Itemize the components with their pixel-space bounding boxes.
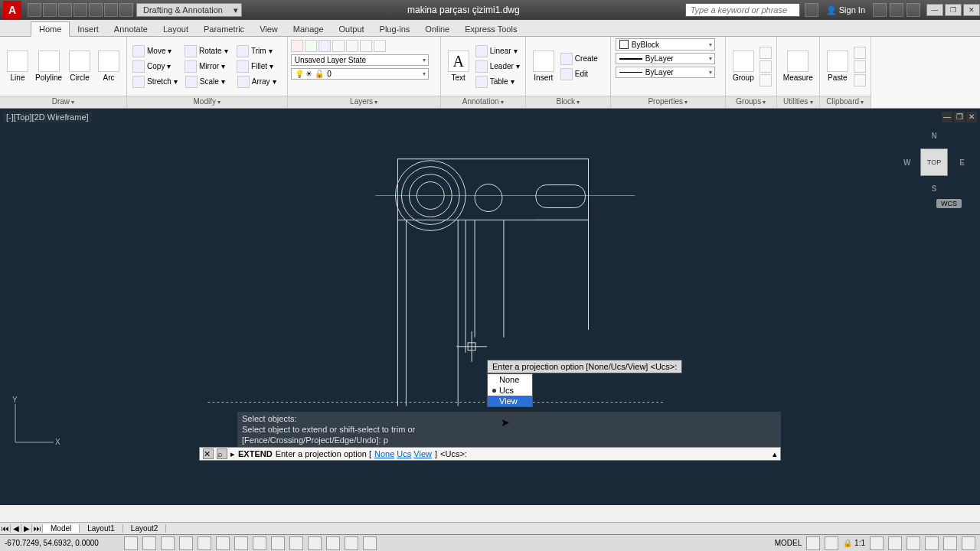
lineweight-dropdown[interactable]: ByLayer <box>616 67 715 78</box>
status-annoscale[interactable]: 🔒 1:1 <box>843 539 865 547</box>
help-search-input[interactable] <box>685 3 800 17</box>
command-line[interactable]: ✕ ⌕ ▸ EXTEND Enter a projection option [… <box>199 447 781 461</box>
leader-tool[interactable]: Leader ▾ <box>475 60 521 73</box>
polyline-tool[interactable]: Polyline <box>34 49 64 83</box>
window-restore-button[interactable]: ❐ <box>945 4 962 16</box>
status-qview-icon[interactable] <box>825 536 838 550</box>
tab-home[interactable]: Home <box>31 21 70 37</box>
cmdopt-ucs[interactable]: Ucs <box>397 449 411 458</box>
status-ortho-icon[interactable] <box>179 536 193 550</box>
color-dropdown[interactable]: ByBlock <box>616 38 715 51</box>
paste-tool[interactable]: Paste <box>825 49 851 83</box>
tab-express-tools[interactable]: Express Tools <box>457 22 524 36</box>
window-close-button[interactable]: ✕ <box>963 4 980 16</box>
cmdline-close-icon[interactable]: ✕ <box>203 448 214 459</box>
signin-button[interactable]: 👤 Sign In <box>822 5 870 15</box>
panel-title-properties[interactable]: Properties <box>611 96 725 108</box>
rotate-tool[interactable]: Rotate ▾ <box>184 44 230 58</box>
table-tool[interactable]: Table ▾ <box>475 75 521 89</box>
status-annovis-icon[interactable] <box>870 536 884 550</box>
prompt-option-ucs[interactable]: Ucs <box>488 385 532 396</box>
move-tool[interactable]: Move ▾ <box>132 44 178 58</box>
line-tool[interactable]: Line <box>5 49 31 83</box>
prompt-option-none[interactable]: None <box>488 374 532 385</box>
tab-insert[interactable]: Insert <box>70 22 106 36</box>
panel-title-utilities[interactable]: Utilities <box>777 96 819 108</box>
arc-tool[interactable]: Arc <box>96 49 122 83</box>
layer-lock-icon[interactable] <box>360 40 372 52</box>
linetype-dropdown[interactable]: ByLayer <box>616 53 715 64</box>
scale-tool[interactable]: Scale ▾ <box>185 75 230 89</box>
status-coordinates[interactable]: -670.7249, 54.6932, 0.0000 <box>5 539 119 547</box>
prompt-option-view[interactable]: View <box>488 396 532 406</box>
status-dyn-icon[interactable] <box>289 536 303 550</box>
cmdopt-view[interactable]: View <box>413 449 432 458</box>
group-edit-icon[interactable] <box>760 47 772 59</box>
tab-view[interactable]: View <box>252 22 286 36</box>
cmdopt-none[interactable]: None <box>374 449 394 458</box>
status-iso-icon[interactable] <box>943 536 957 550</box>
panel-title-draw[interactable]: Draw <box>0 96 126 108</box>
tab-parametric[interactable]: Parametric <box>196 22 252 36</box>
measure-tool[interactable]: Measure <box>782 49 815 83</box>
status-infer-icon[interactable] <box>124 536 138 550</box>
status-tpy-icon[interactable] <box>326 536 340 550</box>
tab-annotate[interactable]: Annotate <box>106 22 155 36</box>
panel-title-clipboard[interactable]: Clipboard <box>820 96 871 108</box>
status-grid-icon[interactable] <box>161 536 175 550</box>
status-lwt-icon[interactable] <box>308 536 322 550</box>
layer-off-icon[interactable] <box>346 40 358 52</box>
status-ws-icon[interactable] <box>888 536 902 550</box>
status-polar-icon[interactable] <box>198 536 211 550</box>
tab-layout[interactable]: Layout <box>155 22 196 36</box>
copy-tool[interactable]: Copy ▾ <box>132 60 178 73</box>
group-ungroup-icon[interactable] <box>760 60 772 73</box>
window-minimize-button[interactable]: — <box>926 4 943 16</box>
block-create-tool[interactable]: Create <box>560 52 606 66</box>
group-tool[interactable]: Group <box>730 49 756 83</box>
fillet-tool[interactable]: Fillet ▾ <box>236 60 282 73</box>
drawing-viewport[interactable]: [-][Top][2D Wireframe] — ❐ ✕ N S W E TOP… <box>0 109 980 505</box>
trim-tool[interactable]: Trim ▾ <box>236 44 282 58</box>
status-clean-icon[interactable] <box>962 536 975 550</box>
layout-tab-layout2[interactable]: Layout2 <box>123 524 167 533</box>
status-qp-icon[interactable] <box>345 536 358 550</box>
tab-nav-prev-icon[interactable]: ◀ <box>11 524 21 533</box>
cut-icon[interactable] <box>854 47 866 59</box>
copy-icon[interactable] <box>854 60 866 73</box>
block-edit-tool[interactable]: Edit <box>560 67 606 81</box>
panel-title-block[interactable]: Block <box>526 96 610 108</box>
tab-plug-ins[interactable]: Plug-ins <box>372 22 418 36</box>
status-lock-icon[interactable] <box>906 536 920 550</box>
tab-nav-first-icon[interactable]: ⏮ <box>0 524 11 533</box>
tab-manage[interactable]: Manage <box>286 22 332 36</box>
infocenter-icon[interactable] <box>805 3 818 17</box>
layer-freeze-icon[interactable] <box>332 40 345 52</box>
layer-current-dropdown[interactable]: 💡 ☀ 🔓 0 <box>291 68 429 80</box>
insert-tool[interactable]: Insert <box>531 49 557 83</box>
stretch-tool[interactable]: Stretch ▾ <box>132 75 178 89</box>
status-layout-icon[interactable] <box>806 536 820 550</box>
status-otrack-icon[interactable] <box>253 536 266 550</box>
layout-tab-model[interactable]: Model <box>43 524 80 533</box>
status-sc-icon[interactable] <box>363 536 377 550</box>
qat-plot-icon[interactable] <box>89 3 103 17</box>
tab-nav-next-icon[interactable]: ▶ <box>21 524 32 533</box>
text-tool[interactable]: AText <box>446 49 472 83</box>
qat-new-icon[interactable] <box>28 3 41 17</box>
layout-tab-layout1[interactable]: Layout1 <box>80 524 123 533</box>
qat-save-icon[interactable] <box>58 3 72 17</box>
status-3dosnap-icon[interactable] <box>234 536 248 550</box>
panel-title-layers[interactable]: Layers <box>288 96 440 108</box>
status-osnap-icon[interactable] <box>216 536 230 550</box>
status-ducs-icon[interactable] <box>271 536 285 550</box>
help-icon[interactable] <box>906 3 920 17</box>
tab-nav-last-icon[interactable]: ⏭ <box>32 524 43 533</box>
qat-saveas-icon[interactable] <box>74 3 87 17</box>
layer-iso-icon[interactable] <box>318 40 331 52</box>
panel-title-groups[interactable]: Groups <box>726 96 776 108</box>
status-space[interactable]: MODEL <box>775 539 802 547</box>
qat-undo-icon[interactable] <box>104 3 118 17</box>
layer-prop-icon[interactable] <box>291 40 303 52</box>
mirror-tool[interactable]: Mirror ▾ <box>184 60 230 73</box>
